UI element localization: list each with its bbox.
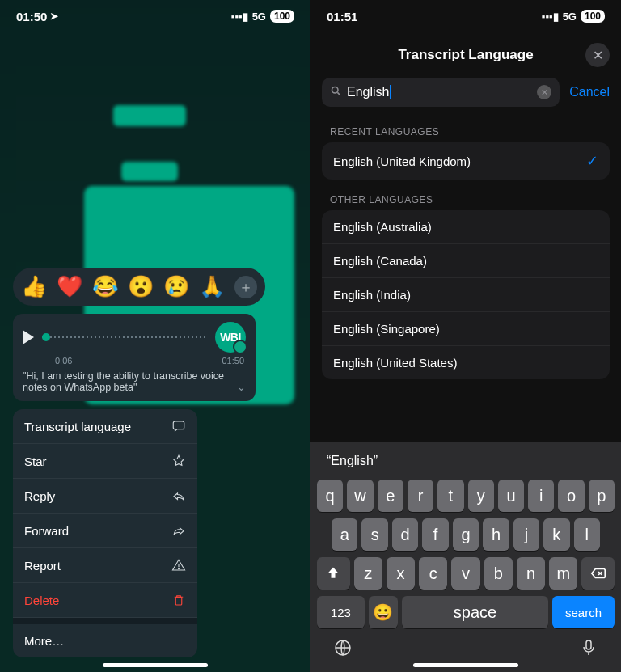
clear-icon[interactable]: ✕ [537, 85, 551, 99]
voice-progress[interactable] [42, 336, 207, 338]
search-value: English [347, 85, 389, 99]
signal-icon: ▪▪▪▮ [231, 11, 248, 23]
language-label: English (Australia) [333, 220, 432, 234]
transcript-language-screen: 01:51 ▪▪▪▮ 5G 100 Transcript Language ✕ … [310, 0, 621, 672]
key-k[interactable]: k [543, 518, 569, 551]
home-indicator[interactable] [413, 663, 518, 667]
close-icon[interactable]: ✕ [585, 43, 610, 67]
key-l[interactable]: l [574, 518, 600, 551]
menu-delete[interactable]: Delete [13, 583, 197, 618]
key-numbers[interactable]: 123 [317, 596, 365, 628]
svg-point-1 [179, 568, 180, 569]
status-bar: 01:50 ➤ ▪▪▪▮ 5G 100 [0, 0, 310, 32]
svg-rect-2 [175, 597, 182, 605]
key-q[interactable]: q [317, 480, 343, 512]
key-b[interactable]: b [484, 557, 513, 590]
language-option[interactable]: English (Singapore) [322, 312, 610, 346]
forward-icon [171, 523, 186, 538]
key-e[interactable]: e [378, 480, 403, 512]
chevron-down-icon[interactable]: ⌄ [237, 381, 246, 393]
context-menu: Transcript language Star Reply Forward [13, 409, 197, 657]
reaction-heart[interactable]: ❤️ [57, 274, 82, 299]
dictation-icon[interactable] [579, 638, 598, 662]
menu-label: Star [24, 454, 47, 468]
play-icon[interactable] [23, 330, 34, 344]
language-label: English (United States) [333, 356, 457, 370]
menu-label: Transcript language [24, 420, 131, 433]
language-option[interactable]: English (India) [322, 278, 610, 312]
search-input[interactable]: English ✕ [322, 78, 560, 107]
reaction-pray[interactable]: 🙏 [199, 274, 225, 299]
search-icon [330, 85, 342, 99]
key-j[interactable]: j [513, 518, 539, 551]
reaction-bar[interactable]: 👍 ❤️ 😂 😮 😢 🙏 ＋ [13, 268, 265, 306]
key-y[interactable]: y [468, 480, 494, 512]
key-v[interactable]: v [451, 557, 479, 590]
menu-label: More… [24, 634, 64, 648]
key-m[interactable]: m [549, 557, 577, 590]
language-option[interactable]: English (United States) [322, 346, 610, 379]
key-w[interactable]: w [347, 480, 373, 512]
menu-reply[interactable]: Reply [13, 479, 197, 514]
menu-report[interactable]: Report [13, 548, 197, 583]
key-o[interactable]: o [558, 480, 584, 512]
keyboard-suggestion[interactable]: “English” [314, 446, 618, 476]
key-s[interactable]: s [361, 518, 387, 551]
menu-forward[interactable]: Forward [13, 514, 197, 548]
key-z[interactable]: z [354, 557, 382, 590]
globe-icon[interactable] [333, 638, 353, 662]
warning-icon [171, 558, 186, 573]
key-d[interactable]: d [392, 518, 418, 551]
key-space[interactable]: space [402, 596, 548, 628]
key-u[interactable]: u [498, 480, 524, 512]
voice-message-bubble[interactable]: WBI 0:06 01:50 "Hi, I am testing the abi… [13, 314, 256, 401]
language-option[interactable]: English (Australia) [322, 210, 610, 244]
key-t[interactable]: t [437, 480, 463, 512]
total-time: 01:50 [222, 356, 244, 366]
status-time: 01:51 [327, 10, 357, 23]
key-n[interactable]: n [517, 557, 545, 590]
reaction-sad[interactable]: 😢 [163, 274, 189, 299]
battery-icon: 100 [581, 10, 605, 23]
key-h[interactable]: h [483, 518, 509, 551]
key-x[interactable]: x [387, 557, 415, 590]
key-search[interactable]: search [552, 596, 615, 628]
star-icon [171, 454, 186, 468]
key-i[interactable]: i [528, 480, 554, 512]
menu-star[interactable]: Star [13, 444, 197, 479]
status-time: 01:50 [16, 10, 47, 23]
menu-label: Reply [24, 489, 55, 503]
network-label: 5G [563, 11, 577, 23]
language-label: English (United Kingdom) [333, 154, 471, 168]
cancel-button[interactable]: Cancel [569, 85, 610, 99]
section-header-other: Other languages [310, 180, 621, 210]
whatsapp-context-menu-screen: 01:50 ➤ ▪▪▪▮ 5G 100 👍 ❤️ 😂 😮 😢 🙏 ＋ WBI [0, 0, 310, 672]
language-option[interactable]: English (United Kingdom) ✓ [322, 142, 610, 180]
language-option[interactable]: English (Canada) [322, 244, 610, 278]
key-f[interactable]: f [422, 518, 448, 551]
signal-icon: ▪▪▪▮ [542, 11, 559, 23]
language-label: English (Canada) [333, 254, 427, 268]
svg-rect-0 [173, 421, 184, 429]
network-label: 5G [252, 11, 266, 23]
key-p[interactable]: p [589, 480, 615, 512]
key-r[interactable]: r [408, 480, 433, 512]
key-backspace[interactable] [581, 557, 615, 590]
key-g[interactable]: g [453, 518, 479, 551]
sheet-title: Transcript Language [398, 47, 533, 63]
menu-transcript-language[interactable]: Transcript language [13, 409, 197, 444]
trash-icon [171, 593, 186, 607]
speech-bubble-icon [171, 419, 186, 433]
reaction-thumbs-up[interactable]: 👍 [21, 274, 47, 299]
reaction-more-icon[interactable]: ＋ [234, 276, 257, 298]
key-emoji[interactable]: 😀 [369, 596, 398, 628]
menu-label: Delete [24, 594, 59, 607]
home-indicator[interactable] [103, 663, 208, 667]
key-a[interactable]: a [332, 518, 357, 551]
key-shift[interactable] [317, 557, 350, 590]
key-c[interactable]: c [419, 557, 447, 590]
checkmark-icon: ✓ [586, 152, 598, 170]
reaction-wow[interactable]: 😮 [128, 274, 154, 299]
menu-more[interactable]: More… [13, 624, 197, 657]
reaction-laugh[interactable]: 😂 [92, 274, 118, 299]
